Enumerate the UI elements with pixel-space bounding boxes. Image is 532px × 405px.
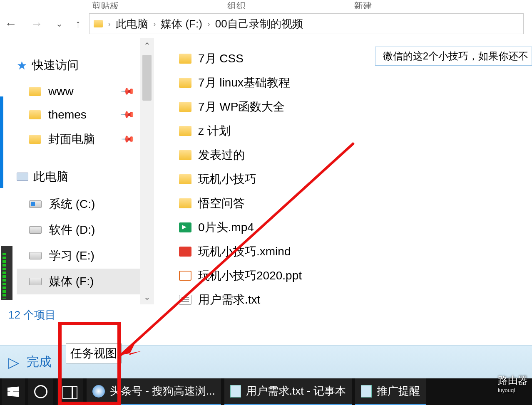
sidebar-drive-item[interactable]: 媒体 (F:): [17, 269, 154, 294]
up-button[interactable]: ↑: [75, 17, 81, 30]
sidebar-pinned-item[interactable]: themes 📌: [17, 103, 154, 126]
play-icon[interactable]: ▷: [8, 354, 19, 370]
folder-icon: [179, 198, 191, 208]
file-label: 玩机小技巧: [198, 171, 256, 187]
file-label: 微信的这2个小技巧，如果你还不: [383, 49, 528, 63]
taskbar-app-label: 用户需求.txt - 记事本: [246, 384, 346, 398]
drive-icon: [29, 200, 42, 208]
taskbar-app-browser[interactable]: 头条号 - 搜狗高速浏...: [87, 378, 221, 405]
mp4-icon: [179, 222, 191, 232]
chevron-right-icon: ›: [207, 19, 210, 29]
task-view-button[interactable]: [57, 378, 83, 405]
sidebar-drive-item[interactable]: 系统 (C:): [17, 191, 154, 217]
xmind-icon: [179, 247, 191, 257]
folder-icon: [94, 20, 103, 27]
ribbon-tab[interactable]: 组织: [227, 0, 246, 9]
file-item[interactable]: 用户需求.txt: [179, 288, 532, 312]
cortana-icon: [34, 385, 47, 398]
navigation-bar: ← → ⌄ ↑ › 此电脑 › 媒体 (F:) › 00自己录制的视频: [0, 9, 532, 38]
sidebar-item-label: 系统 (C:): [49, 196, 95, 212]
file-label: 7月 linux基础教程: [198, 75, 290, 91]
file-label: 用户需求.txt: [198, 292, 260, 308]
forward-button[interactable]: →: [30, 17, 43, 30]
file-item[interactable]: 玩机小技巧2020.ppt: [179, 264, 532, 288]
file-label: 0片头.mp4: [198, 220, 254, 235]
taskbar-app-label: 推广提醒: [377, 384, 420, 398]
history-dropdown-icon[interactable]: ⌄: [56, 19, 63, 29]
pin-icon: 📌: [120, 107, 135, 122]
file-label: 悟空问答: [198, 195, 245, 211]
taskbar-app-other[interactable]: 推广提醒: [355, 378, 426, 405]
chevron-right-icon: ›: [108, 19, 111, 29]
ribbon-tab[interactable]: 新建: [354, 0, 372, 9]
address-bar[interactable]: › 此电脑 › 媒体 (F:) › 00自己录制的视频: [89, 13, 524, 34]
scrollbar-thumb[interactable]: [142, 55, 152, 101]
chevron-right-icon: ›: [153, 19, 156, 29]
sidebar-item-label: 软件 (D:): [49, 222, 95, 238]
windows-logo-icon: [7, 386, 19, 398]
watermark: 路由器luyouqi: [498, 374, 528, 393]
folder-item[interactable]: 发表过的: [179, 143, 532, 167]
sidebar-drive-item[interactable]: 软件 (D:): [17, 217, 154, 243]
quick-access-label: 快速访问: [32, 57, 79, 73]
file-label: 玩机小技巧2020.ppt: [198, 268, 302, 284]
sidebar-item-label: 封面电脑: [48, 131, 95, 147]
file-label: 7月 WP函数大全: [198, 99, 285, 115]
folder-icon: [179, 78, 191, 88]
sidebar-pinned-item[interactable]: 封面电脑 📌: [17, 126, 154, 152]
folder-icon: [29, 87, 41, 96]
taskbar-app-label: 头条号 - 搜狗高速浏...: [110, 384, 215, 398]
scroll-down-icon[interactable]: ⌄: [144, 292, 151, 302]
sidebar: ★ 快速访问 www 📌 themes 📌 封面电脑 📌 此电脑 系统 (C:): [0, 38, 154, 304]
folder-item[interactable]: 玩机小技巧: [179, 167, 532, 191]
folder-icon: [29, 135, 41, 144]
sidebar-pinned-item[interactable]: www 📌: [17, 80, 154, 103]
folder-item[interactable]: 7月 WP函数大全: [179, 95, 532, 119]
task-view-icon: [62, 386, 77, 398]
file-label: 7月 CSS: [198, 51, 244, 67]
breadcrumb-drive[interactable]: 媒体 (F:): [161, 17, 202, 31]
back-button[interactable]: ←: [4, 17, 17, 30]
file-label: z 计划: [198, 123, 231, 139]
quick-access-header[interactable]: ★ 快速访问: [17, 51, 154, 80]
sidebar-drive-item[interactable]: 学习 (E:): [17, 243, 154, 269]
sidebar-scrollbar[interactable]: ⌃ ⌄: [140, 38, 154, 304]
scroll-up-icon[interactable]: ⌃: [144, 41, 151, 51]
folder-icon: [179, 102, 191, 112]
pin-icon: 📌: [120, 131, 135, 147]
file-item[interactable]: 玩机小技巧.xmind: [179, 240, 532, 264]
folder-item[interactable]: z 计划: [179, 119, 532, 143]
item-count: 12 个项目: [8, 309, 56, 321]
audio-level-meter: [1, 246, 12, 300]
folder-icon: [179, 126, 191, 136]
cortana-button[interactable]: [28, 378, 53, 405]
player-status: 完成: [27, 353, 52, 370]
file-item[interactable]: 0片头.mp4: [179, 215, 532, 240]
sidebar-item-label: themes: [48, 108, 87, 121]
drive-icon: [29, 252, 42, 259]
taskbar-app-notepad[interactable]: 用户需求.txt - 记事本: [224, 378, 352, 405]
app-icon: [361, 385, 372, 398]
folder-item[interactable]: 悟空问答: [179, 191, 532, 215]
sidebar-item-label: 媒体 (F:): [49, 274, 94, 289]
breadcrumb-folder[interactable]: 00自己录制的视频: [215, 17, 303, 31]
taskview-tooltip: 任务视图: [66, 343, 122, 363]
folder-item[interactable]: 7月 linux基础教程: [179, 71, 532, 95]
taskbar: 头条号 - 搜狗高速浏... 用户需求.txt - 记事本 推广提醒: [0, 378, 532, 405]
notepad-icon: [230, 385, 241, 398]
folder-icon: [29, 110, 41, 119]
breadcrumb-pc[interactable]: 此电脑: [116, 17, 148, 31]
folder-icon: [179, 174, 191, 184]
file-label: 发表过的: [198, 147, 245, 163]
sidebar-item-label: 学习 (E:): [49, 248, 94, 264]
sidebar-item-label: www: [48, 85, 74, 98]
ribbon-tabs: 剪贴板 组织 新建: [0, 0, 532, 9]
file-item-video[interactable]: 微信的这2个小技巧，如果你还不: [375, 47, 532, 66]
browser-icon: [92, 385, 105, 398]
start-button[interactable]: [2, 378, 25, 405]
this-pc-header[interactable]: 此电脑: [17, 162, 154, 191]
ribbon-tab[interactable]: 剪贴板: [92, 0, 119, 9]
drive-icon: [29, 226, 42, 234]
txt-icon: [179, 295, 191, 305]
pc-icon: [17, 173, 28, 181]
